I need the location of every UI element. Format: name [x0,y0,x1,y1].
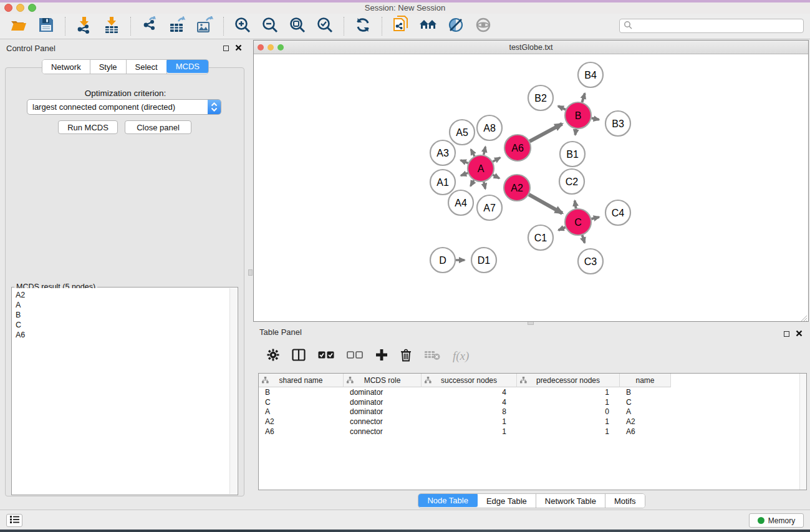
delete-table-button[interactable] [424,350,440,363]
table-cell[interactable]: 1 [422,417,517,426]
table-row[interactable]: Bdominator41B [259,387,806,397]
search-field[interactable] [619,19,804,33]
result-item[interactable]: A [16,300,226,310]
copy-style-button[interactable] [391,16,411,36]
table-row[interactable]: Cdominator41C [259,397,806,407]
graph-edge-C-C3[interactable] [582,235,585,243]
table-cell[interactable]: A6 [259,427,344,436]
table-cell[interactable]: C [620,398,671,407]
tab-mcds[interactable]: MCDS [166,59,209,73]
open-button[interactable] [9,16,29,36]
table-cell[interactable]: 1 [517,398,620,407]
graph-edge-B-B3[interactable] [592,118,599,119]
table-row[interactable]: A6connector11A6 [259,427,806,437]
tab-motifs[interactable]: Motifs [605,494,645,508]
table-cell[interactable]: connector [344,417,422,426]
column-header[interactable]: successor nodes [422,374,517,387]
column-header[interactable]: MCDS role [344,374,422,387]
table-cell[interactable]: A [259,407,344,416]
export-image-button[interactable] [195,16,215,36]
export-table-button[interactable] [167,16,187,36]
column-header[interactable]: shared name [259,374,344,387]
table-cell[interactable]: 0 [517,407,620,416]
delete-button[interactable] [400,349,412,364]
table-settings-button[interactable] [267,349,279,364]
graph-node-C3[interactable]: C3 [578,249,603,274]
home-views-button[interactable] [418,16,438,36]
run-mcds-button[interactable]: Run MCDS [58,120,118,134]
graph-node-A[interactable]: A [468,155,494,181]
task-history-button[interactable] [6,514,22,527]
import-table-button[interactable] [102,16,122,36]
search-input[interactable] [635,22,803,31]
table-cell[interactable]: dominator [344,398,422,407]
show-details-button[interactable] [473,16,493,36]
graph-node-A8[interactable]: A8 [477,115,502,140]
refresh-button[interactable] [353,16,373,36]
graph-node-D[interactable]: D [430,248,455,273]
graph-node-B3[interactable]: B3 [605,111,630,136]
graph-node-A1[interactable]: A1 [430,170,455,195]
export-network-button[interactable] [140,16,160,36]
result-list-scrollbar[interactable] [229,288,237,494]
table-scrollbar[interactable] [799,374,806,490]
graph-edge-C-C2[interactable] [575,201,576,209]
column-width-button[interactable] [292,349,306,364]
graph-node-A4[interactable]: A4 [448,190,473,215]
graph-edge-A-A4[interactable] [471,180,474,186]
table-row[interactable]: A2connector11A2 [259,417,806,427]
graph-node-B1[interactable]: B1 [560,142,585,167]
deselect-all-button[interactable] [347,351,363,362]
graph-edge-C-C4[interactable] [591,217,599,219]
graph-edge-A-A2[interactable] [493,175,499,178]
graph-node-A7[interactable]: A7 [477,195,502,220]
window-resize-grip[interactable] [800,313,808,321]
select-all-button[interactable] [318,351,334,362]
graph-node-B2[interactable]: B2 [528,85,553,110]
graph-node-C[interactable]: C [565,209,591,235]
table-cell[interactable]: 1 [422,427,517,436]
tab-select[interactable]: Select [127,60,167,74]
float-table-panel-icon[interactable] [784,331,789,337]
graph-node-B[interactable]: B [565,102,591,128]
table-cell[interactable]: A2 [259,417,344,426]
graph-node-B4[interactable]: B4 [578,62,603,87]
result-item[interactable]: C [16,320,226,330]
table-cell[interactable]: 8 [422,407,517,416]
add-column-button[interactable] [375,349,388,364]
table-cell[interactable]: A [620,407,671,416]
table-cell[interactable]: A2 [620,417,671,426]
tab-network-table[interactable]: Network Table [536,494,605,508]
vertical-splitter-grip[interactable] [248,269,253,276]
table-cell[interactable]: C [259,398,344,407]
table-cell[interactable]: B [259,388,344,397]
graph-node-D1[interactable]: D1 [471,248,496,273]
table-cell[interactable]: 4 [422,398,517,407]
graph-node-C4[interactable]: C4 [605,200,630,225]
criterion-dropdown[interactable]: largest connected component (directed) [27,99,221,115]
table-cell[interactable]: 4 [422,388,517,397]
import-network-button[interactable] [74,16,94,36]
graph-node-C1[interactable]: C1 [528,225,553,250]
result-item[interactable]: A6 [16,330,226,340]
graph-edge-A-A8[interactable] [484,147,486,155]
graph-node-A6[interactable]: A6 [504,135,531,161]
graph-edge-A2-C[interactable] [529,195,562,213]
close-panel-button[interactable]: Close panel [125,120,191,134]
tab-node-table[interactable]: Node Table [418,493,478,507]
table-cell[interactable]: dominator [344,407,422,416]
table-cell[interactable]: connector [344,427,422,436]
table-row[interactable]: Adominator80A [259,407,806,417]
graph-edge-B-B2[interactable] [558,106,566,110]
table-cell[interactable]: 1 [517,388,620,397]
zoom-in-button[interactable] [233,16,253,36]
close-panel-icon[interactable] [235,42,242,54]
hide-details-button[interactable] [446,16,466,36]
table-cell[interactable]: A6 [620,427,671,436]
graph-edge-A-A7[interactable] [484,181,486,188]
function-builder-button[interactable]: f(x) [453,349,469,363]
table-cell[interactable]: dominator [344,388,422,397]
float-panel-icon[interactable] [223,46,229,51]
graph-edge-A-A5[interactable] [471,150,475,157]
graph-edge-B-B1[interactable] [575,129,576,135]
